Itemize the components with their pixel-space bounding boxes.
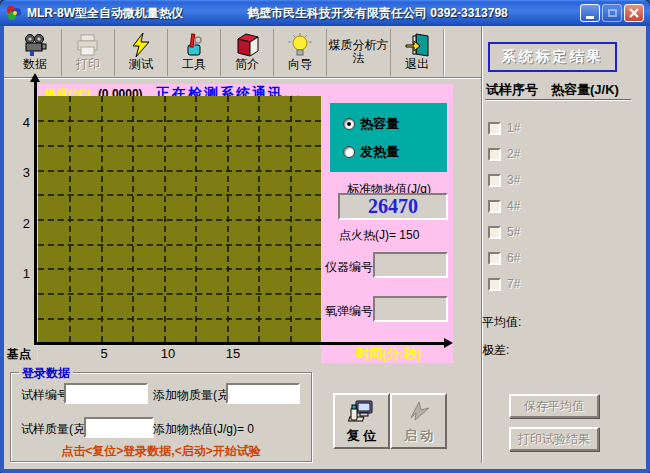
ignition-heat-text: 点火热(J)= 150 [339, 227, 419, 244]
sample-mass-label: 试样质量(克) [21, 421, 89, 438]
start-button[interactable]: 启 动 [390, 393, 447, 449]
toolbar-label: 打印 [76, 58, 100, 71]
additive-mass-label: 添加物质量(克) [153, 387, 233, 404]
toolbar-label: 退出 [405, 58, 429, 71]
sample-label: 6# [507, 251, 520, 265]
checkbox-icon [488, 122, 501, 135]
start-arrow-icon [405, 398, 433, 426]
toolbar-button-print[interactable]: 打印 [62, 29, 115, 76]
sample-label: 5# [507, 225, 520, 239]
minimize-button[interactable] [580, 4, 600, 22]
origin-label: 基点 [7, 346, 31, 363]
calibration-table-header: 试样序号 热容量(J/K) [486, 81, 619, 99]
maximize-icon [608, 9, 617, 17]
minimize-icon [586, 16, 594, 19]
bulb-icon [287, 31, 314, 58]
sample-label: 1# [507, 121, 520, 135]
exit-icon [404, 31, 431, 58]
reset-label: 复 位 [347, 427, 377, 445]
sample-checkbox-row-2[interactable]: 2# [488, 147, 520, 161]
toolbar-label: 测试 [129, 58, 153, 71]
bomb-no-input[interactable] [373, 296, 448, 322]
x-tick: 15 [224, 346, 242, 361]
camera-icon [22, 31, 49, 58]
sample-checkbox-row-3[interactable]: 3# [488, 173, 520, 187]
reset-button[interactable]: 复 位 [333, 393, 390, 449]
login-group-title: 登录数据 [19, 365, 73, 382]
close-button[interactable] [624, 4, 644, 22]
checkbox-icon [488, 200, 501, 213]
x-tick-strip [38, 346, 321, 363]
checkbox-icon [488, 226, 501, 239]
bomb-no-label: 氧弹编号 [325, 303, 373, 320]
toolbar-button-tools[interactable]: 工具 [168, 29, 221, 76]
y-tick: 4 [14, 115, 30, 130]
y-axis-arrow-icon [30, 73, 40, 82]
login-data-group: 登录数据 试样编号 添加物质量(克) 试样质量(克) 添加物热值(J/g)= 0… [10, 372, 312, 462]
instrument-no-input[interactable] [373, 252, 448, 278]
range-label: 极差: [482, 342, 509, 359]
grid-line [38, 318, 321, 320]
radio-label: 热容量 [360, 115, 399, 133]
panel-divider [481, 26, 483, 463]
sample-checkbox-row-7[interactable]: 7# [488, 277, 520, 291]
x-tick: 10 [159, 346, 177, 361]
grid-line [38, 268, 321, 270]
additive-heat-text: 添加物热值(J/g)= 0 [153, 421, 254, 438]
start-label: 启 动 [404, 427, 434, 445]
toolbar-label: 数据 [23, 58, 47, 71]
titlebar: MLR-8W型全自动微机量热仪 鹤壁市民生科技开发有限责任公司 0392-331… [0, 0, 650, 26]
application-window: MLR-8W型全自动微机量热仪 鹤壁市民生科技开发有限责任公司 0392-331… [0, 0, 650, 473]
average-label: 平均值: [482, 314, 521, 331]
close-icon [629, 8, 639, 18]
notebook-icon [234, 31, 261, 58]
toolbar: 数据 打印 测试 [9, 29, 444, 76]
window-title: MLR-8W型全自动微机量热仪 [27, 5, 183, 22]
grid-line [38, 170, 321, 172]
sample-label: 7# [507, 277, 520, 291]
action-button-group: 复 位 启 动 [333, 393, 447, 449]
save-average-button[interactable]: 保存平均值 [509, 394, 599, 418]
radio-calorific-value[interactable]: 发热量 [343, 143, 399, 161]
x-axis-title: 时间(分:秒) [356, 345, 421, 363]
y-tick: 2 [14, 216, 30, 231]
window-company-title: 鹤壁市民生科技开发有限责任公司 0392-3313798 [247, 5, 508, 22]
toolbar-button-coal-analysis[interactable]: 煤质分析方法 [327, 29, 391, 76]
grid-line [38, 293, 321, 295]
sample-checkbox-row-5[interactable]: 5# [488, 225, 520, 239]
additive-mass-input[interactable] [226, 383, 300, 404]
toolbar-button-data[interactable]: 数据 [9, 29, 62, 76]
print-results-button[interactable]: 打印试验结果 [509, 427, 599, 451]
radio-label: 发热量 [360, 143, 399, 161]
sample-checkbox-row-6[interactable]: 6# [488, 251, 520, 265]
radio-icon [343, 118, 355, 130]
toolbar-label: 简介 [235, 58, 259, 71]
radio-heat-capacity[interactable]: 热容量 [343, 115, 399, 133]
standard-heat-input[interactable]: 26470 [338, 193, 448, 220]
toolbar-button-wizard[interactable]: 向导 [274, 29, 327, 76]
sample-no-label: 试样编号 [21, 387, 69, 404]
y-axis-line [34, 82, 37, 344]
sample-checkbox-row-4[interactable]: 4# [488, 199, 520, 213]
sample-label: 2# [507, 147, 520, 161]
maximize-button[interactable] [602, 4, 622, 22]
toolbar-label: 向导 [288, 58, 312, 71]
grid-line [38, 120, 321, 122]
sample-no-input[interactable] [64, 383, 148, 404]
tools-icon [181, 31, 208, 58]
checkbox-icon [488, 278, 501, 291]
y-tick: 3 [14, 165, 30, 180]
y-tick: 1 [14, 266, 30, 281]
printer-icon [75, 31, 102, 58]
checkbox-icon [488, 148, 501, 161]
toolbar-label: 工具 [182, 58, 206, 71]
toolbar-button-exit[interactable]: 退出 [391, 29, 444, 76]
toolbar-button-intro[interactable]: 简介 [221, 29, 274, 76]
toolbar-divider [4, 77, 482, 79]
sample-mass-input[interactable] [84, 417, 154, 438]
calibration-results-button[interactable]: 系统标定结果 [488, 42, 617, 72]
app-icon [6, 5, 22, 21]
sample-checkbox-row-1[interactable]: 1# [488, 121, 520, 135]
radio-icon [343, 146, 355, 158]
toolbar-button-test[interactable]: 测试 [115, 29, 168, 76]
